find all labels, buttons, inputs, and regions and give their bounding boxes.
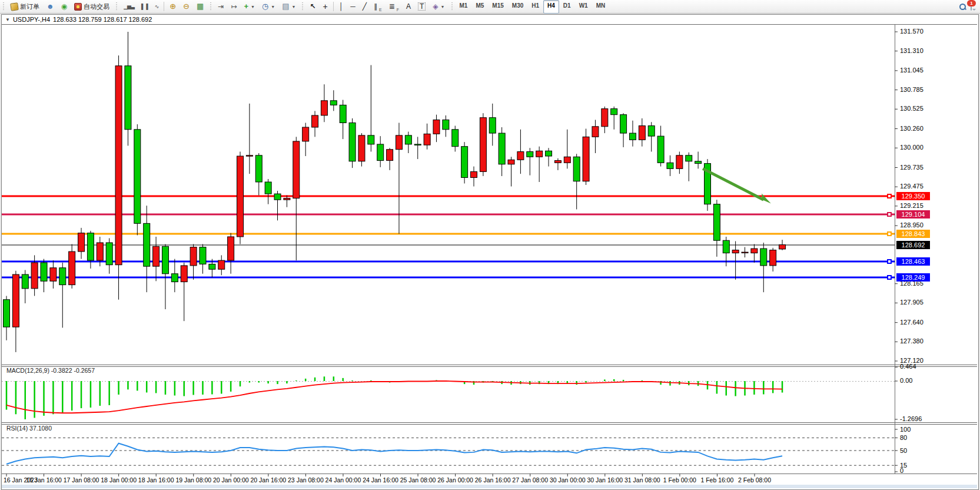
auto-scroll-button[interactable]: ⇥ bbox=[214, 0, 227, 14]
candlestick-icon: ▌▐ bbox=[141, 3, 148, 10]
cursor-button[interactable]: ↖ bbox=[306, 0, 319, 14]
candle-body bbox=[59, 268, 66, 285]
crosshair-button[interactable]: + bbox=[320, 0, 331, 14]
candle-body bbox=[153, 246, 160, 266]
candlestick-mode-button[interactable]: ▌▐ bbox=[138, 0, 151, 14]
candle-body bbox=[237, 156, 244, 237]
trendline-button[interactable]: ╱ bbox=[359, 0, 370, 14]
text-label-button[interactable]: T bbox=[414, 0, 429, 14]
hline-anchor bbox=[888, 213, 891, 216]
market-watch-button[interactable]: ☻ bbox=[43, 0, 58, 14]
time-axis-label: 16 Jan 16:00 bbox=[26, 476, 62, 484]
candle-body bbox=[330, 101, 337, 105]
tile-windows-button[interactable]: ▦ bbox=[193, 0, 207, 14]
candle-body bbox=[209, 264, 215, 269]
candle-body bbox=[751, 249, 758, 253]
hline-anchor bbox=[888, 276, 891, 279]
fibonacci-button[interactable]: ≣F bbox=[386, 0, 403, 14]
toolbar-grip bbox=[115, 2, 118, 11]
candle-body bbox=[760, 249, 767, 266]
candle-body bbox=[50, 268, 57, 282]
candle-body bbox=[732, 250, 739, 253]
periods-button[interactable]: ◷ ▼ bbox=[258, 0, 278, 14]
auto-trading-label: 自动交易 bbox=[84, 2, 109, 11]
candle-body bbox=[554, 161, 561, 163]
candle-body bbox=[218, 260, 225, 269]
candle-body bbox=[387, 150, 393, 161]
equidistant-channel-button[interactable]: ∥E bbox=[370, 0, 386, 14]
insert-group: + ▼ ◷ ▼ ▤ ▼ bbox=[240, 0, 299, 13]
arrows-button[interactable]: ◈ ▼ bbox=[429, 0, 448, 14]
notification-badge: 1 bbox=[967, 0, 976, 6]
timeframe-mn[interactable]: MN bbox=[592, 0, 610, 14]
line-chart-mode-button[interactable]: ∿ bbox=[151, 0, 162, 14]
candle-body bbox=[396, 135, 402, 150]
templates-button[interactable]: ▤ ▼ bbox=[278, 0, 299, 14]
new-order-button[interactable]: 新订单 bbox=[7, 0, 43, 14]
candle-body bbox=[97, 243, 103, 260]
time-axis-label: 1 Feb 16:00 bbox=[700, 476, 733, 484]
candle-body bbox=[125, 66, 131, 130]
chart-shift-button[interactable]: ↦ bbox=[227, 0, 240, 14]
candle-body bbox=[106, 243, 112, 265]
indicators-button[interactable]: + ▼ bbox=[240, 0, 258, 14]
price-badge-129.104: 129.104 bbox=[896, 210, 930, 218]
candle-body bbox=[274, 194, 281, 200]
bar-chart-icon: ▁▅▃ bbox=[124, 3, 134, 10]
candle-body bbox=[284, 198, 290, 200]
bar-chart-mode-button[interactable]: ▁▅▃ bbox=[120, 0, 138, 14]
time-axis-label: 27 Jan 08:00 bbox=[512, 476, 548, 484]
timeframe-m1[interactable]: M1 bbox=[456, 0, 472, 14]
symbol-dropdown-icon[interactable]: ▼ bbox=[5, 17, 10, 22]
price-axis-label: 129.215 bbox=[900, 202, 923, 209]
chevron-down-icon: ▼ bbox=[251, 5, 255, 9]
time-axis-label: 24 Jan 00:00 bbox=[325, 476, 361, 484]
candle-body bbox=[162, 246, 168, 273]
macd-axis-label: -1.2696 bbox=[900, 415, 922, 422]
candle-body bbox=[508, 160, 514, 164]
search-icon[interactable] bbox=[959, 4, 966, 10]
zoom-in-button[interactable]: ⊕ bbox=[166, 0, 180, 14]
arrows-tool-icon: ◈ bbox=[433, 3, 438, 10]
timeframe-m30[interactable]: M30 bbox=[508, 0, 527, 14]
time-axis-label: 24 Jan 16:00 bbox=[363, 476, 398, 484]
notifications-button[interactable]: 1 bbox=[971, 3, 972, 10]
candle-body bbox=[629, 133, 636, 140]
time-axis-label: 1 Feb 00:00 bbox=[663, 476, 696, 484]
candle-body bbox=[639, 126, 645, 140]
candle-body bbox=[181, 266, 187, 282]
candle-body bbox=[349, 123, 356, 161]
vertical-line-button[interactable]: │ bbox=[335, 0, 347, 14]
candle-body bbox=[4, 300, 10, 327]
auto-trading-icon bbox=[74, 3, 82, 11]
candle-body bbox=[424, 134, 430, 145]
toolbar-separator bbox=[333, 2, 334, 11]
timeframe-m5[interactable]: M5 bbox=[471, 0, 488, 14]
price-axis-label: 131.310 bbox=[900, 47, 923, 54]
macd-signal-line bbox=[6, 381, 782, 413]
timeframe-h4[interactable]: H4 bbox=[543, 0, 559, 14]
candle-body bbox=[713, 204, 720, 241]
toolbar-right: 1 bbox=[959, 3, 980, 10]
timeframe-h1[interactable]: H1 bbox=[527, 0, 543, 14]
time-axis-label: 18 Jan 00:00 bbox=[101, 476, 137, 484]
timeframe-d1[interactable]: D1 bbox=[559, 0, 575, 14]
price-axis-label: 129.475 bbox=[900, 183, 923, 190]
candle-body bbox=[527, 152, 533, 157]
zoom-out-button[interactable]: ⊖ bbox=[180, 0, 193, 14]
timeframe-m15[interactable]: M15 bbox=[488, 0, 507, 14]
channel-icon: ∥ bbox=[374, 3, 377, 10]
timeframe-w1[interactable]: W1 bbox=[575, 0, 592, 14]
text-button[interactable]: A bbox=[403, 0, 414, 14]
window-bottom-strip bbox=[2, 485, 977, 488]
candle-body bbox=[115, 66, 122, 265]
signals-button[interactable]: ◉ bbox=[58, 0, 71, 14]
cursor-icon: ↖ bbox=[310, 3, 315, 10]
auto-trading-button[interactable]: 自动交易 bbox=[71, 0, 113, 14]
rsi-line bbox=[6, 443, 782, 464]
candlestick-chart bbox=[2, 15, 977, 488]
chart-window-inner: ▼ USDJPY-,H4 128.633 128.759 128.617 128… bbox=[2, 15, 977, 488]
price-axis-label: 131.570 bbox=[900, 28, 923, 35]
candle-body bbox=[433, 120, 440, 134]
horizontal-line-button[interactable]: ─ bbox=[347, 0, 359, 14]
